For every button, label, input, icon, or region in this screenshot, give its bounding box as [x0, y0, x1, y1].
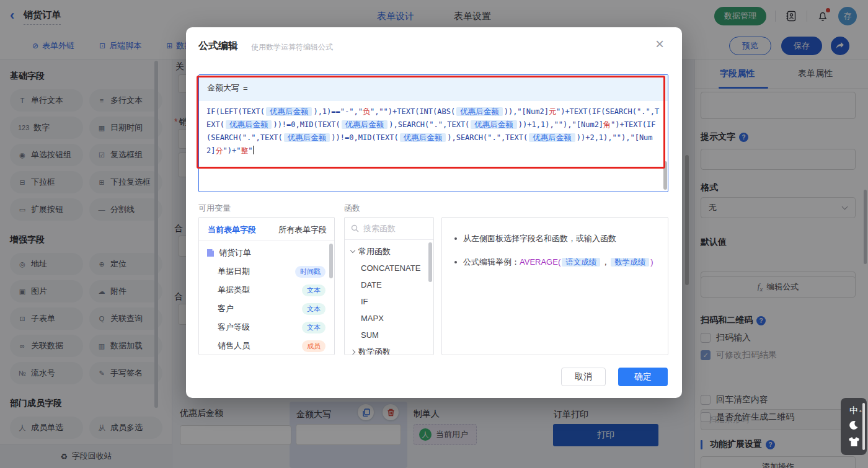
variables-list: 销货订单 单据日期时间戳单据类型文本客户文本客户等级文本销售人员成员客户地址文本: [199, 241, 334, 355]
formula-text: 整: [241, 146, 248, 155]
formula-target: 金额大写 =: [199, 75, 668, 101]
function-group[interactable]: 常用函数: [345, 243, 433, 260]
field-token: 优惠后金额: [471, 120, 517, 129]
formula-text: ")+": [223, 146, 241, 155]
formula-help-panel: 从左侧面板选择字段名和函数，或输入函数 公式编辑举例：AVERAGE(语文成绩，…: [441, 217, 668, 355]
function-item[interactable]: DATE: [345, 276, 433, 293]
variable-row[interactable]: 客户文本: [199, 299, 334, 318]
formula-text: ))!=0,MID(TEXT(: [273, 120, 340, 129]
formula-editor[interactable]: 金额大写 = IF(LEFT(TEXT(优惠后金额),1)=="-","负","…: [198, 74, 668, 192]
variable-name: 单据日期: [218, 266, 250, 277]
variables-panel: 当前表单字段 所有表单字段 销货订单 单据日期时间戳单据类型文本客户文本客户等级…: [198, 217, 335, 355]
widget-scrollbar[interactable]: [862, 403, 865, 450]
form-doc-icon: [206, 249, 215, 257]
chevron-down-icon: [350, 248, 355, 253]
example-separator: ，: [601, 257, 609, 267]
function-item[interactable]: IF: [345, 293, 433, 310]
bullet: [454, 237, 457, 240]
cancel-button[interactable]: 取消: [561, 368, 606, 386]
formula-text: 角: [603, 120, 611, 129]
formula-text: )),"[Num2]: [504, 107, 549, 116]
function-group[interactable]: 数学函数: [345, 343, 433, 355]
variables-scrollbar[interactable]: [329, 244, 333, 278]
modal-title: 公式编辑: [198, 40, 238, 53]
variable-row[interactable]: 客户等级文本: [199, 318, 334, 337]
tab-current-form-fields[interactable]: 当前表单字段: [208, 224, 256, 236]
example-field-token: 数学成绩: [611, 258, 649, 267]
formula-text: 负: [363, 107, 370, 116]
dark-mode-moon-icon[interactable]: [849, 420, 859, 431]
variable-name: 客户: [218, 303, 234, 314]
text-cursor: [253, 146, 254, 154]
formula-scrollbar[interactable]: [663, 161, 667, 190]
example-field-token: 语文成绩: [562, 258, 600, 267]
formula-text: ","")+TEXT(INT(ABS(: [370, 107, 455, 116]
functions-panel: 常用函数CONCATENATEDATEIFMAPXSUM数学函数文本函数: [344, 217, 434, 355]
search-icon: [351, 224, 359, 232]
formula-text: 元: [549, 107, 556, 116]
confirm-button[interactable]: 确定: [618, 368, 668, 386]
formula-editor-modal: 公式编辑 使用数学运算符编辑公式 × 金额大写 = IF(LEFT(TEXT(优…: [186, 27, 682, 398]
formula-text: 分: [215, 146, 223, 155]
formula-text: ),1)=="-",": [313, 107, 362, 116]
field-token: 优惠后金额: [342, 120, 388, 129]
formula-text: ))!=0,MID(TEXT(: [331, 133, 398, 142]
function-item[interactable]: MAPX: [345, 310, 433, 327]
function-group-label: 常用函数: [358, 246, 391, 257]
function-item[interactable]: SUM: [345, 327, 433, 343]
formula-text: IF(LEFT(TEXT(: [206, 107, 265, 116]
help-line: 从左侧面板选择字段名和函数，或输入函数: [454, 232, 655, 245]
variable-row[interactable]: 销售人员成员: [199, 337, 334, 355]
formula-text: ": [248, 146, 252, 155]
variable-name: 客户等级: [218, 322, 250, 333]
field-type-badge: 文本: [302, 285, 326, 296]
functions-scrollbar[interactable]: [428, 242, 432, 282]
variable-row[interactable]: 单据日期时间戳: [199, 262, 334, 281]
field-token: 优惠后金额: [284, 133, 330, 142]
tab-all-form-fields[interactable]: 所有表单字段: [278, 224, 327, 236]
help-example-line: 公式编辑举例：AVERAGE(语文成绩，数学成绩): [454, 256, 655, 268]
field-token: 优惠后金额: [456, 107, 503, 116]
language-toggle-icon[interactable]: 中: [849, 406, 858, 415]
variables-label: 可用变量: [198, 203, 231, 214]
functions-label: 函数: [344, 203, 360, 214]
modal-subtitle: 使用数学运算符编辑公式: [251, 42, 333, 53]
field-type-badge: 文本: [302, 303, 326, 315]
functions-list: 常用函数CONCATENATEDATEIFMAPXSUM数学函数文本函数: [345, 240, 433, 355]
function-item[interactable]: CONCATENATE: [345, 260, 433, 276]
field-token: 优惠后金额: [400, 133, 446, 142]
variables-root[interactable]: 销货订单: [199, 244, 334, 262]
function-search-input[interactable]: [363, 224, 425, 233]
close-icon[interactable]: ×: [652, 36, 668, 52]
variable-row[interactable]: 单据类型文本: [199, 281, 334, 299]
field-token: 优惠后金额: [266, 107, 312, 116]
formula-text: ),SEARCH(".",TEXT(: [389, 120, 469, 129]
variable-name: 单据类型: [218, 285, 250, 296]
variable-name: 销售人员: [218, 340, 250, 351]
bullet: [454, 261, 457, 263]
field-token: 优惠后金额: [226, 120, 272, 129]
chevron-right-icon: [350, 349, 355, 354]
theme-shirt-icon[interactable]: [849, 437, 859, 448]
formula-content: IF(LEFT(TEXT(优惠后金额),1)=="-","负","")+TEXT…: [199, 101, 668, 157]
field-token: 优惠后金额: [529, 133, 575, 142]
function-group-label: 数学函数: [358, 347, 391, 356]
formula-text: ),SEARCH(".",TEXT(: [447, 133, 528, 142]
field-type-badge: 文本: [302, 322, 326, 333]
function-search: [345, 218, 433, 240]
formula-text: ))+1,1),""),"[Num2]: [518, 120, 603, 129]
field-type-badge: 成员: [302, 340, 326, 352]
variables-tabs: 当前表单字段 所有表单字段: [199, 218, 334, 241]
field-type-badge: 时间戳: [295, 266, 326, 278]
